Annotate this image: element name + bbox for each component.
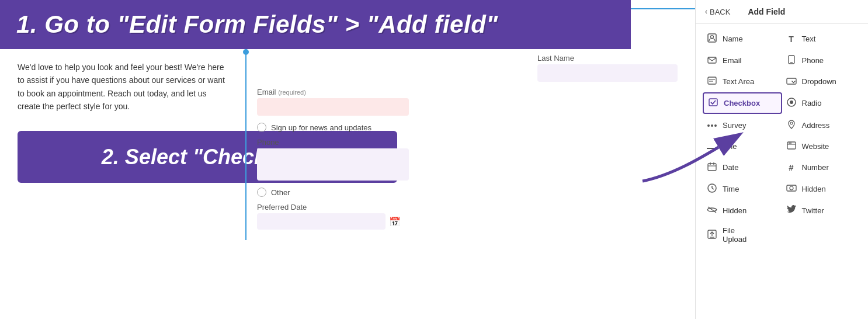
other-label: Other (271, 188, 290, 197)
field-item-email[interactable]: Email (703, 50, 782, 71)
phone-input[interactable] (257, 148, 409, 181)
time-icon (706, 183, 718, 195)
field-item-dropdown[interactable]: Dropdown (782, 72, 862, 91)
text-icon: T (786, 34, 797, 44)
svg-rect-2 (708, 57, 716, 63)
field-item-website[interactable]: Website (782, 137, 862, 156)
field-item-checkbox[interactable]: Checkbox (703, 92, 782, 114)
field-email-label: Email (723, 56, 742, 65)
field-address-label: Address (802, 121, 830, 130)
field-item-radio[interactable]: Radio (782, 92, 862, 114)
svg-point-29 (790, 186, 793, 190)
svg-rect-21 (708, 164, 716, 171)
email-input[interactable] (257, 98, 409, 116)
other-option-row: Other (257, 188, 683, 197)
panel-header: ‹ BACK Add Field (696, 0, 868, 24)
field-name-label: Name (723, 34, 743, 43)
back-button[interactable]: ‹ BACK (705, 8, 730, 16)
field-item-number[interactable]: # Number (782, 157, 862, 178)
hidden-icon (706, 206, 718, 216)
svg-point-19 (789, 143, 790, 144)
field-item-textarea[interactable]: Text Area (703, 72, 782, 91)
field-text-label: Text (802, 34, 816, 43)
preferred-date-field: Preferred Date 📅 (257, 203, 683, 230)
field-twitter-label: Twitter (802, 206, 824, 215)
field-radio-label: Radio (802, 99, 822, 108)
email-field-row: Email (required) (257, 88, 683, 116)
back-chevron-icon: ‹ (705, 8, 707, 16)
newsletter-label: Sign up for news and updates (271, 123, 371, 132)
field-item-currency[interactable]: Hidden (782, 179, 862, 199)
field-item-name[interactable]: Name (703, 29, 782, 49)
field-hidden-label: Hidden (723, 206, 747, 215)
back-label: BACK (710, 8, 730, 16)
dropdown-icon (786, 77, 797, 86)
survey-icon (706, 120, 718, 130)
radio-icon (786, 98, 797, 109)
svg-line-27 (712, 188, 714, 189)
calendar-icon[interactable]: 📅 (389, 216, 401, 227)
svg-rect-9 (709, 99, 717, 106)
form-description: We'd love to help you look and feel your… (0, 49, 245, 240)
step1-heading: 1. Go to "Edit Form Fields" > "Add field… (16, 11, 614, 39)
phone-icon (786, 55, 797, 66)
other-circle[interactable] (257, 188, 266, 197)
panel-title: Add Field (748, 7, 785, 16)
svg-rect-5 (708, 77, 716, 84)
last-name-label: Last Name (537, 54, 678, 63)
description-text: We'd love to help you look and feel your… (18, 61, 228, 113)
upload-icon (706, 230, 718, 241)
newsletter-checkbox-circle[interactable] (257, 123, 266, 132)
field-phone-label: Phone (802, 56, 824, 65)
address-icon (786, 120, 797, 131)
field-item-line[interactable]: Line (703, 137, 782, 156)
last-name-input[interactable] (537, 64, 678, 82)
field-survey-label: Survey (723, 121, 746, 130)
field-item-date[interactable]: Date (703, 157, 782, 178)
form-preview: We'd love to help you look and feel your… (0, 49, 695, 240)
date-icon (706, 162, 718, 173)
svg-point-13 (711, 124, 713, 127)
line-icon (706, 141, 718, 151)
date-input[interactable] (257, 213, 386, 230)
field-item-time[interactable]: Time (703, 179, 782, 199)
preferred-date-label: Preferred Date (257, 203, 683, 211)
checkbox-icon (707, 98, 719, 108)
svg-point-11 (790, 100, 793, 104)
step1-banner: 1. Go to "Edit Form Fields" > "Add field… (0, 0, 631, 49)
twitter-icon (786, 205, 797, 216)
field-item-address[interactable]: Address (782, 115, 862, 136)
field-item-hidden[interactable]: Hidden (703, 200, 782, 220)
website-icon (786, 141, 797, 151)
field-item-file-upload[interactable]: FileUpload (703, 221, 782, 248)
svg-point-14 (714, 124, 717, 127)
field-currency-label: Hidden (802, 185, 826, 193)
svg-point-1 (711, 36, 714, 39)
svg-point-20 (790, 143, 791, 144)
field-item-text[interactable]: T Text (782, 29, 862, 49)
field-item-twitter[interactable]: Twitter (782, 200, 862, 220)
email-label: Email (required) (257, 88, 683, 96)
main-content: 1. Go to "Edit Form Fields" > "Add field… (0, 0, 695, 319)
name-icon (706, 33, 718, 44)
field-dropdown-label: Dropdown (802, 77, 836, 86)
phone-label: Phone (257, 138, 683, 147)
svg-point-12 (707, 124, 710, 127)
field-item-survey[interactable]: Survey (703, 115, 782, 136)
svg-point-15 (790, 122, 793, 124)
currency-icon (786, 184, 797, 194)
field-number-label: Number (802, 163, 829, 172)
field-upload-label: FileUpload (723, 226, 747, 244)
field-line-label: Line (723, 142, 737, 151)
newsletter-checkbox-row: Sign up for news and updates (257, 123, 683, 132)
number-icon: # (786, 162, 797, 172)
email-icon (706, 56, 718, 65)
field-item-phone[interactable]: Phone (782, 50, 862, 71)
last-name-field: Last Name (257, 54, 683, 82)
right-panel: ‹ BACK Add Field Name T Text Email (695, 0, 868, 319)
field-textarea-label: Text Area (723, 77, 754, 86)
field-date-label: Date (723, 163, 738, 172)
field-checkbox-label-text: Checkbox (724, 99, 760, 108)
field-time-label: Time (723, 185, 739, 193)
textarea-icon (706, 77, 718, 86)
